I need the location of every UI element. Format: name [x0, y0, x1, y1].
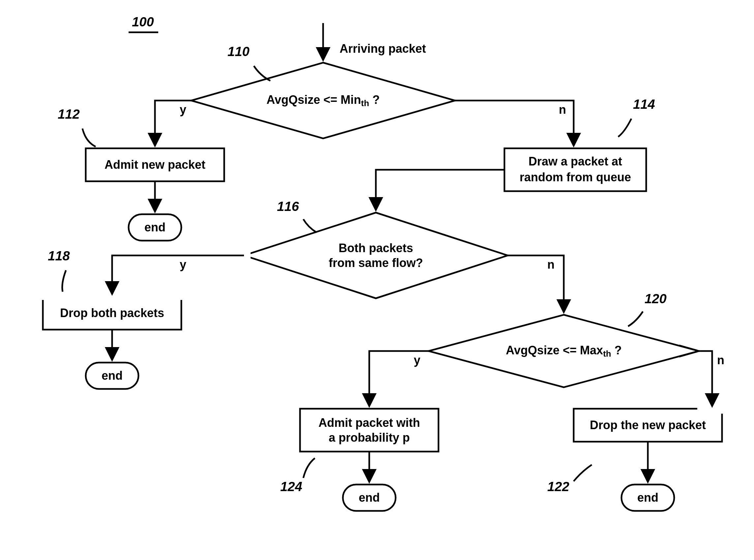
svg-text:a probability p: a probability p	[329, 431, 410, 444]
terminator-118: end	[86, 363, 138, 389]
svg-text:Draw a packet at: Draw a packet at	[529, 155, 622, 168]
label-110-no: n	[559, 103, 566, 116]
svg-text:end: end	[102, 369, 123, 382]
label-116-yes-final: y	[180, 258, 186, 271]
terminator-124: end	[343, 484, 396, 511]
terminator-112: end	[128, 214, 181, 241]
decision-110: AvgQsize <= Minth ?	[191, 63, 455, 138]
svg-rect-29	[40, 251, 251, 300]
svg-text:Drop both packets: Drop both packets	[60, 306, 164, 320]
start-label: Arriving packet	[340, 42, 426, 55]
ref-116: 116	[277, 199, 299, 214]
svg-marker-9	[244, 213, 508, 298]
label-120-yes: y	[414, 353, 420, 367]
label-110-yes: y	[180, 103, 186, 116]
ref-120-curve	[628, 312, 643, 326]
label-116-no: n	[547, 258, 555, 271]
ref-120: 120	[644, 292, 667, 306]
terminator-122: end	[621, 484, 674, 511]
process-114: Draw a packet at random from queue	[504, 148, 646, 191]
svg-text:Admit packet with: Admit packet with	[318, 416, 420, 429]
ref-122-curve	[574, 465, 592, 481]
ref-122: 122	[547, 479, 569, 494]
label-120-no-redraw: n	[717, 353, 724, 367]
svg-text:Both packets: Both packets	[339, 241, 413, 255]
process-118: Drop both packets	[43, 297, 181, 329]
process-112: Admit new packet	[86, 148, 224, 181]
ref-110-curve	[254, 66, 270, 81]
svg-text:end: end	[144, 220, 165, 234]
svg-text:Drop the new packet: Drop the new packet	[590, 418, 706, 432]
svg-text:Admit new packet: Admit new packet	[104, 158, 205, 172]
edge-114-116	[376, 170, 504, 209]
decision-116: Both packets from same flow?	[244, 213, 508, 298]
ref-114-curve	[618, 119, 631, 137]
ref-118-redraw: 118	[48, 248, 70, 263]
process-124: Admit packet with a probability p	[300, 409, 438, 452]
ref-110: 110	[227, 44, 250, 59]
ref-114: 114	[633, 97, 655, 112]
svg-text:random from queue: random from queue	[520, 171, 631, 184]
ref-116-curve	[303, 219, 317, 232]
ref-124: 124	[280, 479, 302, 494]
ref-124-curve	[303, 458, 315, 478]
figure-ref-100: 100	[132, 15, 154, 29]
svg-text:end: end	[359, 491, 380, 504]
ref-112-curve	[82, 128, 96, 147]
svg-rect-18	[300, 409, 438, 452]
ref-112: 112	[58, 107, 80, 121]
edge-110-no	[455, 101, 574, 145]
edge-116-no	[508, 256, 564, 312]
svg-text:from same flow?: from same flow?	[329, 256, 423, 269]
svg-text:end: end	[637, 491, 658, 504]
decision-120: AvgQsize <= Maxth ?	[429, 315, 699, 387]
